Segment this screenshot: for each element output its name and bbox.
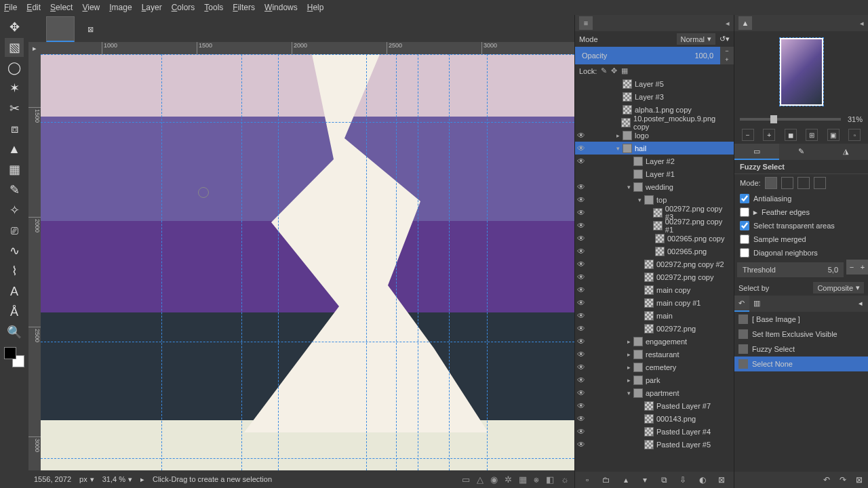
tool-fuzzy-select[interactable]: ✶ <box>5 79 24 98</box>
zoom-fit-icon[interactable]: ⊞ <box>806 129 818 141</box>
opacity-up[interactable]: − <box>720 47 734 56</box>
visibility-toggle[interactable]: 👁 <box>575 401 587 411</box>
status-icon-2[interactable]: △ <box>477 474 484 485</box>
visibility-toggle[interactable]: 👁 <box>575 414 587 424</box>
layer-row[interactable]: 👁▾hail <box>575 142 734 155</box>
layer-row[interactable]: 👁Pasted Layer #4 <box>575 425 734 438</box>
select-mode-subtract[interactable] <box>797 177 810 189</box>
layer-row[interactable]: Layer #1 <box>575 167 734 180</box>
select-mode-add[interactable] <box>781 177 793 189</box>
check-transparent[interactable]: Select transparent areas <box>734 219 868 232</box>
mask-icon[interactable]: ◐ <box>696 474 709 486</box>
document-tab-2[interactable]: ⊠ <box>83 22 98 37</box>
check-feather[interactable]: ▸Feather edges <box>734 205 868 219</box>
expand-toggle[interactable]: ▸ <box>624 351 633 358</box>
check-diagonal[interactable]: Diagonal neighbors <box>734 246 868 260</box>
tool-move[interactable]: ✥ <box>5 18 24 37</box>
history-row[interactable]: Select None <box>734 357 868 371</box>
tool-smudge[interactable]: ∿ <box>5 241 24 260</box>
visibility-toggle[interactable]: 👁 <box>575 337 587 346</box>
visibility-toggle[interactable]: 👁 <box>575 247 587 256</box>
menu-filters[interactable]: Filters <box>233 3 255 12</box>
expand-toggle[interactable]: ▾ <box>635 197 644 203</box>
visibility-toggle[interactable]: 👁 <box>575 131 587 140</box>
status-icon-5[interactable]: ▦ <box>519 474 527 485</box>
tool-text[interactable]: A <box>5 282 24 301</box>
layer-row[interactable]: 👁Pasted Layer #7 <box>575 399 734 412</box>
panel-menu-icon[interactable]: ◂ <box>726 19 730 28</box>
history-row[interactable]: Set Item Exclusive Visible <box>734 327 868 342</box>
menubar[interactable]: FileEditSelectViewImageLayerColorsToolsF… <box>0 0 868 15</box>
expand-toggle[interactable]: ▸ <box>613 132 623 139</box>
visibility-toggle[interactable]: 👁 <box>575 182 587 192</box>
menu-tools[interactable]: Tools <box>204 3 223 12</box>
layer-row[interactable]: 👁Pasted Layer #5 <box>575 438 734 451</box>
menu-edit[interactable]: Edit <box>26 3 41 12</box>
threshold-slider[interactable]: Threshold5,0 <box>737 262 844 277</box>
menu-windows[interactable]: Windows <box>264 3 298 12</box>
tool-options-tab[interactable]: ▭ <box>734 144 779 160</box>
visibility-toggle[interactable]: 👁 <box>575 234 587 243</box>
status-icon-8[interactable]: ☼ <box>561 474 569 485</box>
ruler-horizontal[interactable]: 10001500200025003000 <box>41 42 574 54</box>
layer-row[interactable]: 👁002972.png <box>575 322 734 335</box>
check-antialias[interactable]: Antialiasing <box>734 192 868 205</box>
threshold-down[interactable]: − <box>846 260 857 274</box>
visibility-toggle[interactable]: 👁 <box>575 285 587 295</box>
layer-row[interactable]: 👁000143.png <box>575 412 734 425</box>
status-icon-1[interactable]: ▭ <box>462 474 470 485</box>
opacity-down[interactable]: + <box>720 56 734 64</box>
layer-row[interactable]: 👁▾apartment <box>575 386 734 399</box>
zoom-1to1-icon[interactable]: ◼ <box>785 129 797 141</box>
layer-row[interactable]: 👁▸park <box>575 373 734 386</box>
expand-toggle[interactable]: ▸ <box>624 377 633 384</box>
visibility-toggle[interactable]: 👁 <box>575 195 587 205</box>
merge-down-icon[interactable]: ⇩ <box>677 474 689 486</box>
threshold-up[interactable]: + <box>857 260 868 274</box>
visibility-toggle[interactable]: 👁 <box>575 144 587 153</box>
tool-brush[interactable]: ✎ <box>5 180 24 199</box>
tool-path[interactable]: ⌇ <box>5 262 24 281</box>
layer-row[interactable]: 👁▸logo <box>575 129 734 142</box>
layer-row[interactable]: 👁002972.png copy #1 <box>575 219 734 232</box>
layer-row[interactable]: 👁002972.png copy <box>575 270 734 283</box>
status-icon-6[interactable]: ⎈ <box>534 474 539 485</box>
menu-colors[interactable]: Colors <box>172 3 195 12</box>
tool-transform[interactable]: ⧈ <box>5 119 24 138</box>
visibility-toggle[interactable]: 👁 <box>575 157 587 166</box>
symmetry-tab[interactable]: ◮ <box>823 144 868 160</box>
lock-alpha-icon[interactable]: ▦ <box>621 66 628 75</box>
layer-row[interactable]: 👁▸restaurant <box>575 348 734 361</box>
ruler-vertical[interactable]: 1500200025003000 <box>28 54 41 470</box>
visibility-toggle[interactable]: 👁 <box>575 350 587 359</box>
lower-layer-icon[interactable]: ▾ <box>639 474 651 486</box>
tool-warp[interactable]: ▲ <box>5 140 24 159</box>
menu-file[interactable]: File <box>4 3 17 12</box>
status-zoom-combo[interactable]: 31,4 % ▾ <box>102 475 132 484</box>
delete-layer-icon[interactable]: ⊠ <box>715 474 728 486</box>
zoom-slider[interactable] <box>740 118 841 121</box>
tool-bucket[interactable]: ▦ <box>5 160 24 179</box>
layer-row[interactable]: 👁002972.png copy #2 <box>575 258 734 270</box>
tool-eraser[interactable]: ✧ <box>5 201 24 220</box>
fg-bg-colors[interactable] <box>4 347 24 367</box>
expand-toggle[interactable]: ▾ <box>624 390 633 396</box>
menu-image[interactable]: Image <box>109 3 132 12</box>
select-mode-intersect[interactable] <box>814 177 826 189</box>
layer-row[interactable]: 👁main copy <box>575 283 734 296</box>
redo-icon[interactable]: ↷ <box>837 474 849 486</box>
menu-help[interactable]: Help <box>307 3 324 12</box>
panel-menu-icon[interactable]: ◂ <box>853 296 868 312</box>
mode-reset-icon[interactable]: ↺▾ <box>719 35 730 43</box>
expand-toggle[interactable]: ▸ <box>624 364 633 371</box>
layer-row[interactable]: 👁▸cemetery <box>575 361 734 373</box>
menu-layer[interactable]: Layer <box>142 3 162 12</box>
tool-zoom[interactable]: 🔍 <box>5 323 24 342</box>
undo-icon[interactable]: ↶ <box>821 474 833 486</box>
raise-layer-icon[interactable]: ▴ <box>620 474 632 486</box>
panel-menu-icon[interactable]: ◂ <box>860 19 864 28</box>
visibility-toggle[interactable]: 👁 <box>575 388 587 398</box>
expand-toggle[interactable]: ▾ <box>624 184 633 190</box>
tool-free-select[interactable]: ◯ <box>5 58 24 77</box>
visibility-toggle[interactable]: 👁 <box>575 260 587 269</box>
